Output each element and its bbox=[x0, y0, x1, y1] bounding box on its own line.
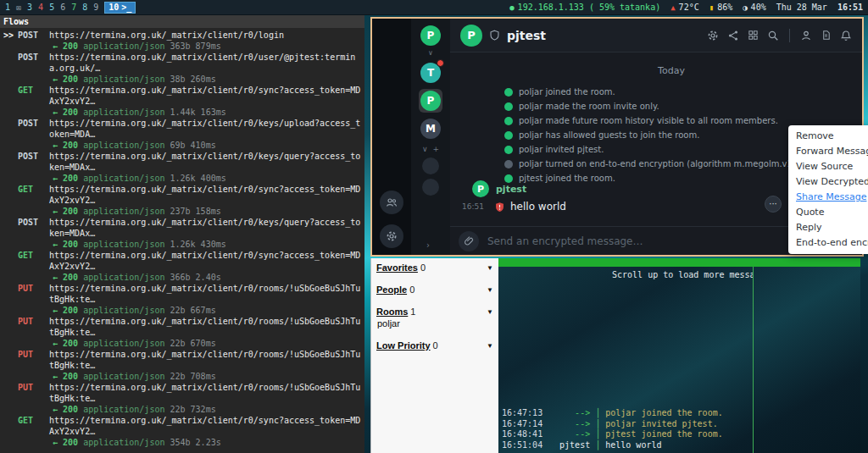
room-group-count: 1 bbox=[408, 307, 415, 317]
flow-row[interactable]: POSThttps://termina.org.uk/_matrix/clien… bbox=[3, 151, 361, 184]
member-avatar-icon bbox=[504, 131, 513, 140]
brightness-icon: ◑ bbox=[743, 3, 747, 12]
room-group-count: 0 bbox=[418, 262, 426, 273]
space-avatar[interactable] bbox=[422, 179, 439, 196]
encryption-shield-icon bbox=[489, 30, 500, 41]
collapse-triangle-icon[interactable]: ▼ bbox=[487, 342, 493, 350]
flow-content-type: application/json bbox=[83, 372, 170, 381]
weechat-lines: 16:47:13--> │ poljar joined the room.16:… bbox=[502, 408, 723, 450]
workspace-1[interactable]: 1 bbox=[5, 3, 10, 12]
line-prefix: --> bbox=[542, 419, 590, 429]
room-group-header[interactable]: Low Priority 0▼ bbox=[376, 340, 493, 352]
sender-avatar[interactable]: P bbox=[472, 180, 489, 197]
workspace-3[interactable]: 3 bbox=[27, 3, 32, 12]
room-settings-button[interactable] bbox=[707, 30, 719, 41]
timeline-event[interactable]: poljar joined the room. bbox=[504, 85, 838, 99]
timeline-event[interactable]: poljar made future room history visible … bbox=[504, 113, 838, 128]
workspace-4[interactable]: 4 bbox=[38, 3, 43, 12]
flow-row[interactable]: PUThttps://termina.org.uk/_matrix/client… bbox=[3, 382, 361, 415]
flow-status: ← 200 bbox=[53, 141, 83, 150]
flow-row[interactable]: GEThttps://termina.org.uk/_matrix/client… bbox=[3, 415, 361, 448]
room-avatar[interactable]: P bbox=[460, 25, 482, 47]
chevron-right-icon[interactable]: › bbox=[426, 240, 430, 250]
flow-row[interactable]: >>POSThttps://termina.org.uk/_matrix/cli… bbox=[3, 30, 361, 52]
nicklist-separator[interactable] bbox=[753, 267, 754, 453]
workspace-5[interactable]: 5 bbox=[49, 3, 54, 12]
notification-badge bbox=[437, 59, 444, 67]
collapse-triangle-icon[interactable]: ▼ bbox=[487, 286, 493, 294]
collapse-triangle-icon[interactable]: ▼ bbox=[487, 308, 493, 316]
settings-button[interactable] bbox=[380, 224, 403, 248]
files-button[interactable] bbox=[821, 30, 832, 41]
member-avatar-icon bbox=[504, 146, 513, 154]
weechat-title-bar bbox=[498, 258, 860, 267]
flow-row[interactable]: GEThttps://termina.org.uk/_matrix/client… bbox=[3, 250, 361, 283]
share-button[interactable] bbox=[727, 30, 739, 41]
prefix-separator: │ bbox=[590, 429, 605, 439]
search-icon bbox=[767, 30, 779, 41]
workspace-9[interactable]: 9 bbox=[93, 3, 98, 12]
menu-item-share-message[interactable]: Share Message bbox=[788, 190, 868, 205]
message-options-button[interactable]: ··· bbox=[765, 196, 782, 213]
flow-content-type: application/json bbox=[83, 174, 170, 183]
brightness-status: ◑40% bbox=[743, 3, 765, 12]
space-avatar[interactable] bbox=[422, 157, 439, 174]
room-avatar-p[interactable]: P bbox=[419, 89, 442, 113]
workspace-active[interactable]: 10 >_ bbox=[104, 2, 136, 14]
room-group-header[interactable]: Favorites 0▼ bbox=[376, 262, 493, 274]
attachment-button[interactable] bbox=[459, 231, 479, 251]
menu-item-view-decrypted-source[interactable]: View Decrypted Source bbox=[788, 174, 868, 190]
members-button[interactable] bbox=[800, 30, 812, 41]
menu-item-reply[interactable]: Reply bbox=[788, 220, 868, 235]
line-message: poljar invited pjtest. bbox=[605, 419, 717, 428]
flow-row[interactable]: PUThttps://termina.org.uk/_matrix/client… bbox=[3, 316, 361, 349]
flow-row[interactable]: PUThttps://termina.org.uk/_matrix/client… bbox=[3, 349, 361, 382]
sender-name[interactable]: pjtest bbox=[496, 184, 526, 195]
chat-line: 16:51:04pjtest │ hello world bbox=[502, 440, 723, 450]
chevron-up-icon[interactable]: ∨ bbox=[428, 50, 433, 57]
flow-size-time: 237b 158ms bbox=[170, 207, 220, 216]
flow-row[interactable]: POSThttps://termina.org.uk/_matrix/clien… bbox=[3, 217, 361, 250]
gear-icon bbox=[707, 30, 719, 41]
line-time: 16:47:13 bbox=[502, 408, 542, 417]
user-avatar[interactable]: P bbox=[420, 25, 441, 46]
workspace-7[interactable]: 7 bbox=[71, 3, 76, 12]
room-group-header[interactable]: Rooms 1▼ bbox=[376, 307, 493, 318]
flow-row[interactable]: POSThttps://termina.org.uk/_matrix/clien… bbox=[3, 118, 361, 151]
message-text: hello world bbox=[510, 201, 566, 213]
collapse-triangle-icon[interactable]: ▼ bbox=[487, 264, 493, 272]
room-avatar-t[interactable]: T bbox=[419, 61, 442, 85]
room-list-controls[interactable]: ∨+ bbox=[422, 145, 439, 153]
weechat-window: Scroll up to load more messages 16:47:13… bbox=[498, 258, 860, 453]
room-list-item[interactable]: poljar bbox=[376, 318, 493, 330]
line-time: 16:48:41 bbox=[502, 429, 542, 439]
paperclip-icon bbox=[464, 235, 475, 246]
room-name: pjtest bbox=[507, 29, 546, 42]
workspace-6[interactable]: 6 bbox=[60, 3, 65, 12]
flow-row[interactable]: GEThttps://termina.org.uk/_matrix/client… bbox=[3, 184, 361, 217]
notifications-button[interactable] bbox=[840, 30, 852, 41]
menu-item-end-to-end-encryption-information[interactable]: End-to-end encryption information bbox=[788, 235, 868, 251]
menu-item-forward-message[interactable]: Forward Message bbox=[788, 144, 868, 159]
room-group-header[interactable]: People 0▼ bbox=[376, 285, 493, 296]
timeline-event[interactable]: poljar made the room invite only. bbox=[504, 99, 838, 113]
line-time: 16:47:14 bbox=[502, 419, 542, 428]
flow-row[interactable]: GEThttps://termina.org.uk/_matrix/client… bbox=[3, 85, 361, 118]
grid-button[interactable] bbox=[748, 30, 759, 41]
message-composer-input[interactable]: Send an encrypted message… bbox=[487, 235, 825, 247]
search-button[interactable] bbox=[767, 30, 779, 41]
share-icon bbox=[727, 30, 739, 41]
flow-row[interactable]: PUThttps://termina.org.uk/_matrix/client… bbox=[3, 283, 361, 316]
flow-row[interactable]: POSThttps://termina.org.uk/_matrix/clien… bbox=[3, 52, 361, 85]
menu-item-remove[interactable]: Remove bbox=[788, 129, 868, 144]
workspace-2[interactable]: ✉ bbox=[16, 3, 21, 12]
workspace-8[interactable]: 8 bbox=[82, 3, 87, 12]
flow-size-time: 1.26k 400ms bbox=[170, 174, 225, 183]
menu-item-quote[interactable]: Quote bbox=[788, 205, 868, 220]
room-avatar-m[interactable]: M bbox=[419, 117, 442, 141]
flow-status: ← 200 bbox=[53, 339, 83, 348]
flow-method: POST bbox=[18, 152, 38, 161]
menu-item-view-source[interactable]: View Source bbox=[788, 159, 868, 174]
people-button[interactable] bbox=[380, 191, 403, 214]
mitmproxy-window: Flows >>POSThttps://termina.org.uk/_matr… bbox=[0, 15, 364, 453]
